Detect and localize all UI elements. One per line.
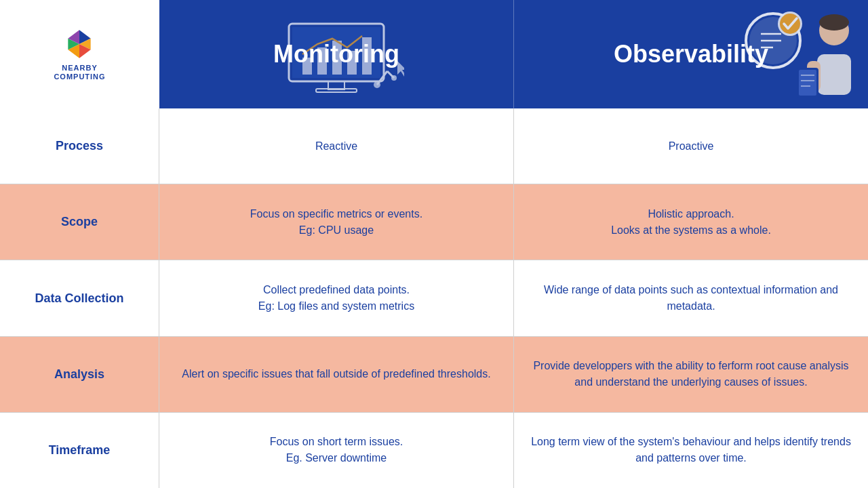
row-monitoring-timeframe: Focus on short term issues.Eg. Server do…	[159, 413, 514, 488]
row-observability-data-collection: Wide range of data points such as contex…	[514, 260, 868, 336]
table-row-scope: ScopeFocus on specific metrics or events…	[0, 184, 868, 260]
row-label-scope: Scope	[0, 184, 159, 260]
row-label-analysis: Analysis	[0, 337, 159, 412]
svg-rect-10	[316, 89, 357, 92]
monitoring-header-col: Monitoring	[159, 0, 514, 108]
logo-text: NEARBYCOMPUTING	[54, 64, 105, 81]
svg-rect-33	[799, 70, 816, 96]
row-observability-timeframe: Long term view of the system's behaviour…	[514, 413, 868, 488]
table-row-timeframe: TimeframeFocus on short term issues.Eg. …	[0, 413, 868, 488]
logo-gem-icon	[62, 27, 96, 61]
table-row-process: ProcessReactiveProactive	[0, 108, 868, 184]
row-label-data-collection: Data Collection	[0, 260, 159, 336]
row-monitoring-process: Reactive	[159, 108, 514, 184]
monitoring-title: Monitoring	[273, 40, 399, 68]
observability-header-col: Observability	[514, 0, 868, 108]
row-monitoring-analysis: Alert on specific issues that fall outsi…	[159, 337, 514, 412]
table-row-data-collection: Data CollectionCollect predefined data p…	[0, 260, 868, 336]
logo-area: NEARBYCOMPUTING	[0, 0, 159, 108]
header: NEARBYCOMPUTING	[0, 0, 868, 108]
observability-title: Observability	[614, 40, 768, 68]
row-observability-analysis: Provide developpers with the ability to …	[514, 337, 868, 412]
svg-point-19	[391, 75, 397, 81]
svg-point-18	[374, 81, 380, 88]
row-monitoring-scope: Focus on specific metrics or events.Eg: …	[159, 184, 514, 260]
row-label-timeframe: Timeframe	[0, 413, 159, 488]
svg-rect-30	[817, 54, 851, 95]
svg-point-29	[819, 14, 849, 30]
page-wrapper: NEARBYCOMPUTING	[0, 0, 868, 488]
table-row-analysis: AnalysisAlert on specific issues that fa…	[0, 337, 868, 413]
row-observability-scope: Holistic approach.Looks at the systems a…	[514, 184, 868, 260]
comparison-table: ProcessReactiveProactiveScopeFocus on sp…	[0, 108, 868, 488]
row-observability-process: Proactive	[514, 108, 868, 184]
row-label-process: Process	[0, 108, 159, 184]
logo-icon: NEARBYCOMPUTING	[54, 27, 105, 81]
row-monitoring-data-collection: Collect predefined data points.Eg: Log f…	[159, 260, 514, 336]
